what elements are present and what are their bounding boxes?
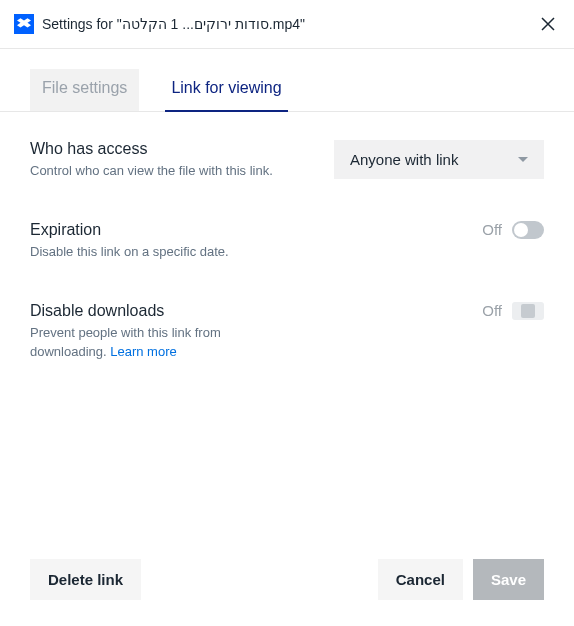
modal-title: Settings for "סודות ירוקים... 1 הקלטה.mp… xyxy=(42,16,536,32)
close-icon xyxy=(541,17,555,31)
access-dropdown[interactable]: Anyone with link xyxy=(334,140,544,179)
downloads-desc: Prevent people with this link from downl… xyxy=(30,324,290,362)
chevron-down-icon xyxy=(518,157,528,162)
access-title: Who has access xyxy=(30,140,273,158)
learn-more-link[interactable]: Learn more xyxy=(110,344,176,359)
tab-link-for-viewing[interactable]: Link for viewing xyxy=(165,69,287,111)
expiration-desc: Disable this link on a specific date. xyxy=(30,243,229,262)
access-row: Who has access Control who can view the … xyxy=(30,140,544,181)
downloads-toggle[interactable] xyxy=(512,302,544,320)
access-text: Who has access Control who can view the … xyxy=(30,140,273,181)
access-desc: Control who can view the file with this … xyxy=(30,162,273,181)
footer-right: Cancel Save xyxy=(378,559,544,600)
modal-header: Settings for "סודות ירוקים... 1 הקלטה.mp… xyxy=(0,0,574,49)
expiration-toggle-label: Off xyxy=(482,221,502,238)
expiration-row: Expiration Disable this link on a specif… xyxy=(30,221,544,262)
expiration-toggle-wrap: Off xyxy=(482,221,544,239)
modal-footer: Delete link Cancel Save xyxy=(0,539,574,626)
delete-link-button[interactable]: Delete link xyxy=(30,559,141,600)
downloads-toggle-label: Off xyxy=(482,302,502,319)
downloads-title: Disable downloads xyxy=(30,302,290,320)
access-dropdown-label: Anyone with link xyxy=(350,151,458,168)
tab-file-settings[interactable]: File settings xyxy=(30,69,139,111)
dropbox-icon xyxy=(14,14,34,34)
downloads-row: Disable downloads Prevent people with th… xyxy=(30,302,544,362)
save-button[interactable]: Save xyxy=(473,559,544,600)
expiration-toggle[interactable] xyxy=(512,221,544,239)
toggle-disabled-inner xyxy=(521,304,535,318)
tabs: File settings Link for viewing xyxy=(0,49,574,112)
downloads-toggle-wrap: Off xyxy=(482,302,544,320)
close-button[interactable] xyxy=(536,12,560,36)
cancel-button[interactable]: Cancel xyxy=(378,559,463,600)
expiration-text: Expiration Disable this link on a specif… xyxy=(30,221,229,262)
downloads-text: Disable downloads Prevent people with th… xyxy=(30,302,290,362)
toggle-knob xyxy=(514,223,528,237)
content-area: Who has access Control who can view the … xyxy=(0,112,574,539)
expiration-title: Expiration xyxy=(30,221,229,239)
settings-modal: Settings for "סודות ירוקים... 1 הקלטה.mp… xyxy=(0,0,574,626)
